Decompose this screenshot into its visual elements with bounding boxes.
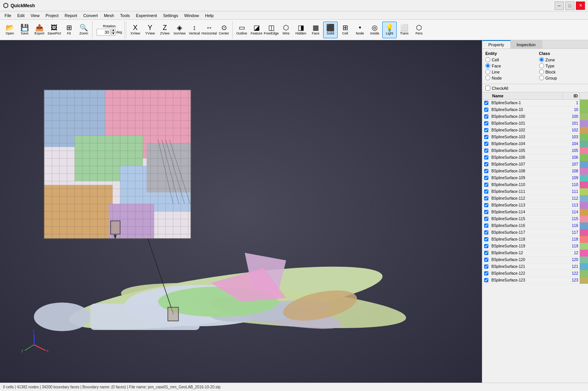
open-button[interactable]: 📂Open <box>3 22 17 38</box>
vertical-button[interactable]: ↕Vertical <box>187 22 202 38</box>
row-checkbox-22[interactable] <box>484 251 488 255</box>
entity-label-node[interactable]: Node <box>492 76 502 80</box>
menu-item-settings[interactable]: Settings <box>160 13 181 19</box>
tab-inspection[interactable]: Inspection <box>511 40 542 48</box>
row-checkbox-24[interactable] <box>484 264 488 269</box>
row-checkbox-12[interactable] <box>484 183 488 187</box>
solid-button[interactable]: ⬛Solid <box>323 22 338 38</box>
class-label-group[interactable]: Group <box>546 76 557 80</box>
menu-item-project[interactable]: Project <box>42 13 61 19</box>
class-radio-type[interactable] <box>539 63 544 68</box>
menu-item-file[interactable]: File <box>2 13 14 19</box>
menu-item-convert[interactable]: Convert <box>80 13 101 19</box>
menu-item-window[interactable]: Window <box>181 13 202 19</box>
maximize-button[interactable]: □ <box>565 2 574 10</box>
row-checkbox-26[interactable] <box>484 278 488 282</box>
menu-item-mesh[interactable]: Mesh <box>101 13 117 19</box>
entity-label-cell[interactable]: Cell <box>492 58 499 62</box>
wire-button[interactable]: ⬡Wire <box>279 22 293 38</box>
savepict-button[interactable]: 🖼SavePict <box>47 22 61 38</box>
row-checkbox-21[interactable] <box>484 244 488 248</box>
row-checkbox-23[interactable] <box>484 258 488 262</box>
pers-button[interactable]: ⬡Pers <box>412 22 426 38</box>
center-button[interactable]: ⊙Center <box>217 22 231 38</box>
entity-radio-line[interactable] <box>485 69 490 74</box>
trans-button[interactable]: ⬜Trans <box>397 22 411 38</box>
close-button[interactable]: ✕ <box>576 2 585 10</box>
table-row[interactable]: BSplineSurface-107 107 <box>482 161 588 168</box>
entity-label-face[interactable]: Face <box>492 64 501 68</box>
table-row[interactable]: BSplineSurface-104 104 <box>482 141 588 147</box>
inside-button[interactable]: ◎Inside <box>368 22 382 38</box>
table-row[interactable]: BSplineSurface-1 1 <box>482 100 588 106</box>
row-checkbox-17[interactable] <box>484 217 488 221</box>
table-row[interactable]: BSplineSurface-108 108 <box>482 168 588 175</box>
menu-item-help[interactable]: Help <box>202 13 217 19</box>
entity-label-line[interactable]: Line <box>492 70 500 74</box>
row-checkbox-3[interactable] <box>484 121 488 125</box>
row-checkbox-20[interactable] <box>484 237 488 241</box>
row-checkbox-8[interactable] <box>484 155 488 160</box>
class-radio-zone[interactable] <box>539 57 544 62</box>
table-row[interactable]: BSplineSurface-123 123 <box>482 277 588 284</box>
menu-item-view[interactable]: View <box>28 13 43 19</box>
table-row[interactable]: BSplineSurface-101 101 <box>482 120 588 127</box>
table-row[interactable]: BSplineSurface-10 10 <box>482 106 588 113</box>
table-row[interactable]: BSplineSurface-122 122 <box>482 270 588 277</box>
table-row[interactable]: BSplineSurface-120 120 <box>482 256 588 263</box>
feature-button[interactable]: ◪Feature <box>249 22 264 38</box>
table-row[interactable]: BSplineSurface-100 100 <box>482 113 588 120</box>
face-button[interactable]: ▦Face <box>308 22 323 38</box>
zoom-button[interactable]: 🔍Zoom <box>77 22 91 38</box>
xview-button[interactable]: XXView <box>128 22 142 38</box>
row-checkbox-6[interactable] <box>484 142 488 146</box>
check-all-checkbox[interactable] <box>485 86 490 91</box>
table-row[interactable]: BSplineSurface-119 119 <box>482 243 588 250</box>
row-checkbox-25[interactable] <box>484 271 488 275</box>
menu-item-experiment[interactable]: Experiment <box>133 13 160 19</box>
entity-radio-face[interactable] <box>485 63 490 68</box>
class-radio-group[interactable] <box>539 75 544 80</box>
table-row[interactable]: BSplineSurface-12 12 <box>482 250 588 256</box>
class-label-type[interactable]: Type <box>546 64 555 68</box>
table-row[interactable]: BSplineSurface-105 105 <box>482 147 588 154</box>
row-checkbox-18[interactable] <box>484 224 488 228</box>
cell-button[interactable]: ⊞Cell <box>338 22 352 38</box>
light-button[interactable]: 💡Light <box>382 22 397 38</box>
rotation-down[interactable]: ▼ <box>111 32 116 36</box>
menu-item-edit[interactable]: Edit <box>14 13 28 19</box>
table-row[interactable]: BSplineSurface-106 106 <box>482 154 588 161</box>
table-row[interactable]: BSplineSurface-117 117 <box>482 229 588 236</box>
class-label-block[interactable]: Block <box>546 70 556 74</box>
node-button[interactable]: •Node <box>353 22 367 38</box>
yview-button[interactable]: YYView <box>143 22 157 38</box>
table-row[interactable]: BSplineSurface-102 102 <box>482 127 588 134</box>
outline-button[interactable]: ▭Outline <box>235 22 249 38</box>
menu-item-report[interactable]: Report <box>62 13 80 19</box>
class-label-zone[interactable]: Zone <box>546 58 555 62</box>
rotation-input[interactable] <box>97 29 110 36</box>
row-checkbox-7[interactable] <box>484 149 488 153</box>
row-checkbox-15[interactable] <box>484 203 488 207</box>
table-row[interactable]: BSplineSurface-113 113 <box>482 202 588 209</box>
menu-item-tools[interactable]: Tools <box>117 13 133 19</box>
table-row[interactable]: BSplineSurface-110 110 <box>482 181 588 188</box>
entity-radio-cell[interactable] <box>485 57 490 62</box>
row-checkbox-0[interactable] <box>484 101 488 105</box>
isoview-button[interactable]: ◈IsoView <box>172 22 187 38</box>
table-row[interactable]: BSplineSurface-118 118 <box>482 236 588 243</box>
table-row[interactable]: BSplineSurface-112 112 <box>482 195 588 202</box>
row-checkbox-4[interactable] <box>484 128 488 132</box>
fit-button[interactable]: ⊞Fit <box>62 22 76 38</box>
save-button[interactable]: 💾Save <box>17 22 32 38</box>
table-row[interactable]: BSplineSurface-115 115 <box>482 216 588 222</box>
row-checkbox-1[interactable] <box>484 108 488 112</box>
row-checkbox-14[interactable] <box>484 196 488 200</box>
table-row[interactable]: BSplineSurface-111 111 <box>482 188 588 195</box>
hidden-button[interactable]: ◨Hidden <box>294 22 308 38</box>
export-button[interactable]: 📤Export <box>32 22 47 38</box>
row-checkbox-9[interactable] <box>484 162 488 166</box>
table-row[interactable]: BSplineSurface-116 116 <box>482 222 588 229</box>
class-radio-block[interactable] <box>539 69 544 74</box>
titlebar-controls[interactable]: ─ □ ✕ <box>555 2 585 10</box>
